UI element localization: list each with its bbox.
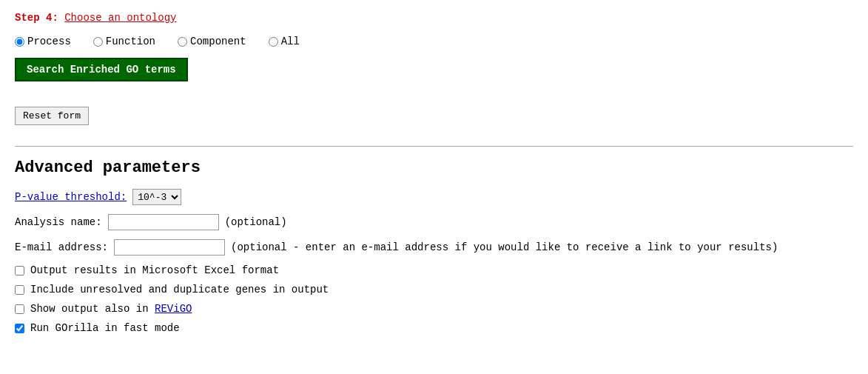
email-optional: (optional - enter an e-mail address if y… xyxy=(231,241,778,253)
radio-all[interactable]: All xyxy=(269,36,300,47)
excel-label: Output results in Microsoft Excel format xyxy=(30,264,279,276)
choose-ontology-link[interactable]: Choose an ontology xyxy=(64,12,176,24)
unresolved-label: Include unresolved and duplicate genes i… xyxy=(30,284,329,295)
pvalue-threshold-row: P-value threshold: 10^-3 10^-4 10^-2 10^… xyxy=(15,189,853,205)
analysis-name-optional: (optional) xyxy=(225,216,287,228)
section-divider xyxy=(15,146,853,147)
unresolved-checkbox-row: Include unresolved and duplicate genes i… xyxy=(15,284,853,295)
pvalue-select[interactable]: 10^-3 10^-4 10^-2 10^-1 xyxy=(132,189,181,205)
analysis-name-row: Analysis name: (optional) xyxy=(15,214,853,230)
unresolved-checkbox[interactable] xyxy=(15,285,24,295)
radio-component[interactable]: Component xyxy=(178,36,246,47)
step-heading: Step 4: Choose an ontology xyxy=(15,12,853,24)
revigo-checkbox-row: Show output also in REViGO xyxy=(15,303,853,315)
advanced-parameters-title: Advanced parameters xyxy=(15,158,853,177)
fastmode-checkbox-row: Run GOrilla in fast mode xyxy=(15,322,853,334)
radio-function[interactable]: Function xyxy=(93,36,155,47)
excel-checkbox-row: Output results in Microsoft Excel format xyxy=(15,264,853,276)
email-address-row: E-mail address: (optional - enter an e-m… xyxy=(15,239,853,256)
ontology-options: Process Function Component All xyxy=(15,36,853,47)
email-label: E-mail address: xyxy=(15,241,108,253)
reset-form-button[interactable]: Reset form xyxy=(15,107,89,125)
excel-checkbox[interactable] xyxy=(15,266,24,276)
search-enriched-go-terms-button[interactable]: Search Enriched GO terms xyxy=(15,58,188,81)
step-label: Step 4: xyxy=(15,12,58,24)
radio-component-label: Component xyxy=(190,36,246,47)
radio-function-label: Function xyxy=(106,36,155,47)
radio-all-label: All xyxy=(281,36,300,47)
radio-process-label: Process xyxy=(27,36,71,47)
email-input[interactable] xyxy=(114,239,225,256)
revigo-label: Show output also in REViGO xyxy=(30,303,192,315)
fastmode-label: Run GOrilla in fast mode xyxy=(30,322,180,334)
analysis-name-label: Analysis name: xyxy=(15,216,102,228)
revigo-checkbox[interactable] xyxy=(15,304,24,314)
fastmode-checkbox[interactable] xyxy=(15,324,24,333)
radio-process[interactable]: Process xyxy=(15,36,71,47)
analysis-name-input[interactable] xyxy=(108,214,219,230)
pvalue-threshold-label: P-value threshold: xyxy=(15,191,127,203)
pvalue-threshold-link[interactable]: P-value threshold: xyxy=(15,191,127,203)
revigo-link[interactable]: REViGO xyxy=(155,303,192,315)
